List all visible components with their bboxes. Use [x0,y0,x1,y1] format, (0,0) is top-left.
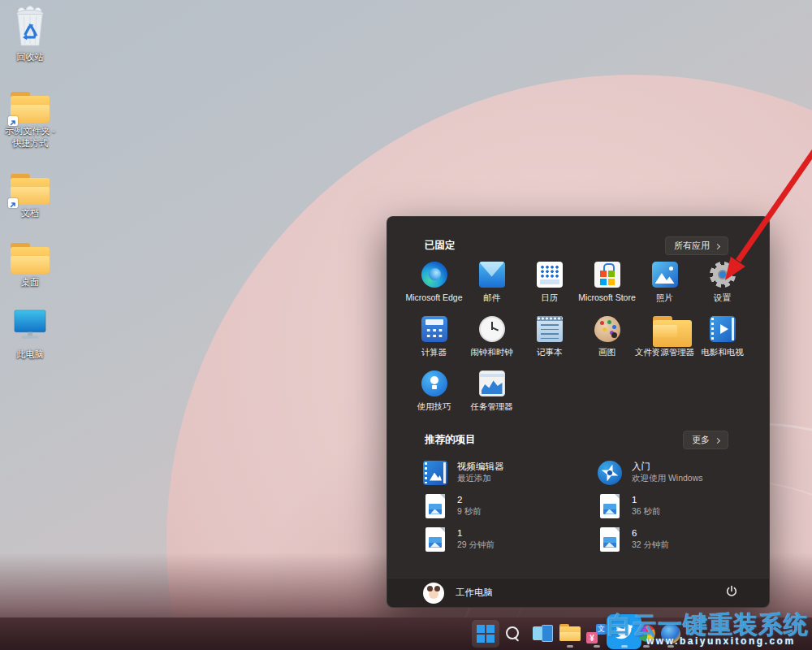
pinned-app-movies-tv[interactable]: 电影和电视 [693,312,751,366]
running-indicator [594,645,600,648]
app-label: 计算器 [421,347,447,358]
desktop-icon-recycle-bin[interactable]: 回收站 [3,5,57,63]
image-file-icon [600,494,620,518]
get-started-icon [598,461,622,485]
notepad-icon [537,316,563,342]
recommended-title: 2 [457,494,482,506]
settings-gear-icon [710,262,736,288]
photos-icon [652,262,678,288]
chevron-right-icon [715,243,720,249]
recommended-title: 6 [632,527,669,540]
desktop-icon-label: 此电脑 [17,349,44,360]
search-icon[interactable] [505,626,521,642]
app-label: 邮件 [483,292,500,304]
shortcut-arrow-icon [8,116,18,126]
recommended-title: 视频编辑器 [457,461,504,473]
desktop-icon-label: 快捷方式 [12,138,48,149]
recommended-title: 1 [457,527,495,540]
recommended-item-file[interactable]: 2 9 秒前 [423,489,598,522]
shortcut-arrow-icon [8,198,18,208]
app-label: 闹钟和时钟 [470,347,513,358]
pinned-app-task-manager[interactable]: 任务管理器 [463,366,520,421]
calendar-icon [537,262,563,288]
file-explorer-icon [652,316,678,342]
pinned-app-photos[interactable]: 照片 [636,258,693,312]
currency-glyph: ¥ [586,632,598,644]
tips-bulb-icon [421,370,447,396]
paint-palette-icon [594,316,620,342]
task-view-icon[interactable] [533,625,552,643]
app-label: Microsoft Store [578,292,636,302]
app-label: 画图 [598,347,615,358]
recommended-subtitle: 欢迎使用 Windows [632,473,703,484]
pinned-app-mail[interactable]: 邮件 [463,258,520,312]
recommended-title: 1 [632,494,661,506]
pinned-app-file-explorer[interactable]: 文件资源管理器 [636,312,693,366]
desktop-icon-sample-folder[interactable]: 示例文件夹 - 快捷方式 [3,87,57,149]
app-label: 电影和电视 [701,347,744,358]
pinned-app-edge[interactable]: Microsoft Edge [405,258,463,312]
app-label: 设置 [714,292,731,304]
running-indicator [567,645,573,648]
desktop-icon-desktop-folder[interactable]: 桌面 [3,238,57,288]
store-icon [594,262,620,288]
start-menu-user-bar: 工作电脑 [387,578,769,607]
all-apps-button[interactable]: 所有应用 [665,236,728,255]
watermark-url: www.baiyunxitong.com [646,635,796,647]
app-label: 记事本 [537,347,563,358]
app-label: 日历 [541,292,558,304]
app-label: 任务管理器 [470,401,513,413]
recommended-item-file[interactable]: 6 32 分钟前 [598,522,756,556]
desktop-icon-this-pc[interactable]: 此电脑 [3,307,57,360]
image-file-icon [600,527,620,552]
folder-icon [10,243,50,275]
app-label: Microsoft Edge [405,292,462,302]
recycle-bin-icon [11,5,49,50]
recommended-item-video-editor[interactable]: 视频编辑器 最近添加 [423,456,598,489]
recommended-subtitle: 36 秒前 [632,506,661,518]
image-file-icon [425,527,445,552]
pinned-app-tips[interactable]: 使用技巧 [405,366,463,421]
pinned-app-calculator[interactable]: 计算器 [405,312,463,366]
pinned-app-calendar[interactable]: 日历 [520,258,578,312]
pinned-app-settings[interactable]: 设置 [693,258,751,312]
recommended-subtitle: 29 分钟前 [457,540,495,551]
pinned-app-notepad[interactable]: 记事本 [520,312,578,366]
mail-icon [479,262,505,288]
desktop-icon-documents[interactable]: 文档 [3,169,57,219]
translate-currency-app-icon[interactable]: 文 ¥ [586,624,607,644]
movies-tv-icon [710,316,736,342]
pinned-app-store[interactable]: Microsoft Store [578,258,636,312]
power-icon [725,585,738,601]
user-avatar[interactable] [423,583,444,604]
pinned-app-alarms[interactable]: 闹钟和时钟 [463,312,520,366]
user-name[interactable]: 工作电脑 [456,587,493,599]
task-manager-icon [479,370,505,396]
app-label: 照片 [656,292,673,304]
recommended-subtitle: 最近添加 [457,473,504,484]
power-button[interactable] [720,582,743,604]
desktop-icon-column: 回收站 示例文件夹 - 快捷方式 文档 桌面 [3,5,58,379]
edge-icon [421,262,447,288]
pinned-section-header: 已固定 [425,239,456,253]
running-indicator [621,645,628,648]
more-button[interactable]: 更多 [683,431,728,449]
recommended-item-file[interactable]: 1 29 分钟前 [423,522,598,556]
this-pc-icon [11,307,49,348]
recommended-grid: 视频编辑器 最近添加 入门 欢迎使用 Windows 2 9 秒前 1 36 秒… [423,456,756,556]
calculator-icon [421,316,447,342]
file-explorer-taskbar-icon[interactable] [559,624,581,643]
desktop-icon-label: 文档 [21,208,39,219]
more-label: 更多 [692,434,710,446]
alarm-clock-icon [479,316,505,342]
desktop-icon-label: 桌面 [21,277,39,288]
image-file-icon [425,494,445,518]
windows-logo-icon[interactable] [477,625,495,643]
pinned-app-paint[interactable]: 画图 [578,312,636,366]
recommended-item-file[interactable]: 1 36 秒前 [598,489,756,522]
recommended-item-get-started[interactable]: 入门 欢迎使用 Windows [598,456,756,489]
app-label: 文件资源管理器 [635,347,695,358]
recommended-subtitle: 9 秒前 [457,506,482,518]
recommended-subtitle: 32 分钟前 [632,540,669,551]
app-label: 使用技巧 [417,401,451,413]
